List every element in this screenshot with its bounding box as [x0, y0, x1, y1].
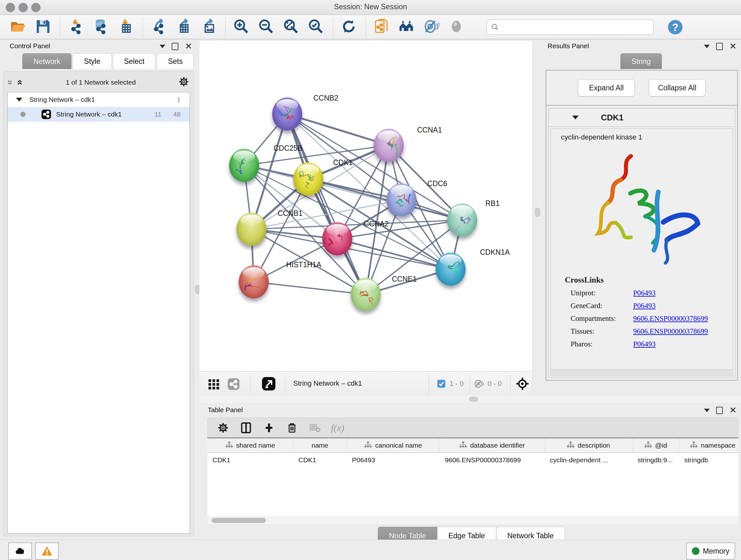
- table-cell[interactable]: stringdb: [679, 453, 738, 467]
- tab-select[interactable]: Select: [113, 53, 156, 69]
- collection-expander-icon[interactable]: [16, 98, 22, 102]
- node-cdc6[interactable]: [387, 183, 416, 216]
- crosslink-link[interactable]: 9606.ENSP00000378699: [633, 327, 708, 335]
- right-splitter[interactable]: [532, 39, 543, 396]
- crosslink-link[interactable]: 9606.ENSP00000378699: [633, 314, 708, 323]
- zoom-selected-button[interactable]: [306, 17, 326, 37]
- table-panel-menu-icon[interactable]: [704, 409, 710, 412]
- table-cell[interactable]: stringdb:9...: [632, 453, 679, 467]
- network-options-gear-icon[interactable]: [179, 76, 189, 88]
- table-cell[interactable]: 9606.ENSP00000378699: [440, 453, 545, 467]
- tab-string[interactable]: String: [620, 53, 662, 69]
- control-panel-menu-icon[interactable]: [159, 45, 165, 48]
- tab-style[interactable]: Style: [73, 53, 111, 69]
- node-ccne1[interactable]: [351, 278, 381, 311]
- help-button[interactable]: ?: [665, 17, 685, 37]
- control-panel-close-icon[interactable]: ✕: [185, 44, 192, 50]
- cloud-status-button[interactable]: [8, 543, 32, 560]
- select-columns-icon[interactable]: [239, 421, 253, 435]
- table-cell[interactable]: CDK1: [207, 453, 293, 467]
- results-scrollbar[interactable]: [550, 370, 733, 376]
- hidden-eye-slash-icon[interactable]: [473, 379, 485, 389]
- node-ccnb1[interactable]: [237, 212, 266, 246]
- network-canvas[interactable]: CCNB2CCNA1CDC25BCDK1CDC6RB1CCNB1CCNA2CDK…: [199, 41, 532, 371]
- table-row[interactable]: CDK1CDK1P064939606.ENSP00000378699cyclin…: [207, 453, 738, 467]
- node-cdc25b[interactable]: [229, 149, 259, 182]
- crosslink-link[interactable]: P06493: [633, 302, 656, 310]
- node-cdk1[interactable]: [293, 163, 323, 196]
- expand-all-icon[interactable]: «: [17, 80, 24, 85]
- column-header-shared-name[interactable]: shared name: [207, 438, 293, 452]
- import-table-from-file-button[interactable]: [116, 17, 136, 37]
- collapse-all-icon[interactable]: »: [7, 80, 14, 85]
- zoom-fit-content-button[interactable]: [281, 17, 301, 37]
- open-file-button[interactable]: [8, 17, 28, 37]
- node-label-cdc6: CDC6: [427, 179, 448, 188]
- column-header-database-identifier[interactable]: database identifier: [440, 438, 545, 452]
- results-entry-header[interactable]: CDK1: [549, 109, 735, 127]
- crosslink-link[interactable]: P06493: [633, 340, 656, 348]
- node-hist1h1a[interactable]: [239, 265, 269, 299]
- delete-column-trash-icon[interactable]: [285, 421, 299, 435]
- table-panel-close-icon[interactable]: ✕: [729, 408, 737, 414]
- node-cdkn1a[interactable]: [435, 253, 466, 286]
- network-collection-row[interactable]: String Network – cdk1 1: [8, 92, 190, 107]
- warning-status-button[interactable]: [35, 543, 59, 560]
- node-table[interactable]: shared namenamecanonical namedatabase id…: [207, 437, 738, 517]
- tab-network[interactable]: Network: [22, 53, 71, 69]
- column-header-canonical-name[interactable]: canonical name: [347, 438, 440, 452]
- left-splitter[interactable]: [195, 39, 199, 540]
- show-graphics-details-button[interactable]: [447, 17, 466, 37]
- column-header--id[interactable]: @id: [632, 438, 679, 452]
- search-input[interactable]: [502, 23, 650, 31]
- export-image-button[interactable]: [199, 17, 218, 37]
- detach-view-button[interactable]: [261, 376, 277, 392]
- birds-eye-view-button[interactable]: [515, 376, 530, 391]
- table-cell[interactable]: P06493: [347, 453, 440, 467]
- create-column-plus-icon[interactable]: [262, 421, 276, 435]
- open-network-in-web-button[interactable]: [372, 17, 392, 37]
- results-panel-float-icon[interactable]: [716, 43, 723, 50]
- table-horizontal-scrollbar[interactable]: [207, 516, 738, 525]
- node-ccna2[interactable]: [322, 222, 352, 255]
- table-settings-gear-icon[interactable]: [216, 421, 230, 435]
- table-cell[interactable]: cyclin-dependent ...: [545, 453, 632, 467]
- view-grid-button[interactable]: [206, 377, 221, 391]
- node-ccna1[interactable]: [374, 129, 404, 162]
- apply-preferred-layout-button[interactable]: [339, 17, 359, 37]
- node-ccnb2[interactable]: [272, 98, 302, 131]
- selected-checkbox-icon[interactable]: [436, 379, 447, 389]
- expand-all-button[interactable]: Expand All: [578, 79, 635, 97]
- import-network-from-file-button[interactable]: [66, 17, 86, 37]
- import-network-from-database-button[interactable]: [91, 17, 111, 37]
- save-session-button[interactable]: [33, 17, 53, 37]
- table-panel-float-icon[interactable]: [716, 407, 723, 414]
- results-panel-menu-icon[interactable]: [704, 45, 710, 48]
- crosslink-link[interactable]: P06493: [633, 289, 656, 297]
- column-type-icon: [567, 441, 575, 450]
- zoom-out-button[interactable]: [256, 17, 276, 37]
- right-splitter-grip[interactable]: [535, 208, 540, 217]
- view-string-tab-button[interactable]: [226, 377, 241, 391]
- hide-graphics-details-button[interactable]: [421, 17, 441, 37]
- entry-expander-icon[interactable]: [572, 116, 579, 119]
- table-cell[interactable]: CDK1: [293, 453, 347, 467]
- memory-button[interactable]: Memory: [686, 543, 735, 560]
- column-header-description[interactable]: description: [545, 438, 632, 452]
- column-header-name[interactable]: name: [293, 438, 347, 452]
- export-table-button[interactable]: [174, 17, 193, 37]
- horizontal-splitter[interactable]: [199, 395, 741, 403]
- export-network-button[interactable]: [149, 17, 169, 37]
- node-rb1[interactable]: [447, 203, 477, 237]
- control-panel-float-icon[interactable]: [172, 43, 179, 50]
- horizontal-splitter-grip[interactable]: [469, 397, 478, 401]
- table-scrollbar-thumb[interactable]: [212, 518, 266, 523]
- tab-sets[interactable]: Sets: [157, 53, 194, 69]
- export-image-icon: [200, 18, 217, 36]
- results-panel-close-icon[interactable]: ✕: [729, 44, 737, 50]
- cybrowser-home-button[interactable]: [397, 17, 416, 37]
- zoom-in-button[interactable]: [231, 17, 251, 37]
- collapse-all-button[interactable]: Collapse All: [649, 79, 705, 97]
- column-header-namespace[interactable]: namespace: [679, 438, 738, 452]
- network-row[interactable]: String Network – cdk1 11 48: [8, 107, 190, 122]
